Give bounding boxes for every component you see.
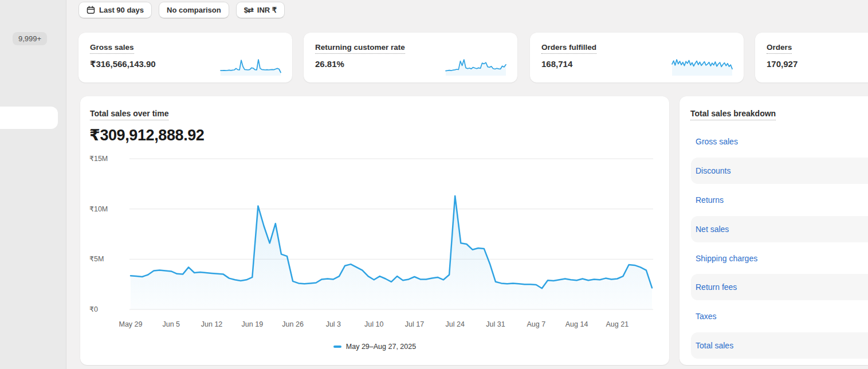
chart-total-value: ₹309,912,888.92 (89, 126, 669, 144)
x-axis-label: Jul 17 (405, 320, 424, 328)
x-axis-label: Jun 19 (242, 320, 264, 328)
sidebar-item-active[interactable] (0, 107, 58, 129)
legend-dash-icon (333, 346, 341, 348)
breakdown-link[interactable]: Taxes (691, 312, 717, 321)
breakdown-row-returns[interactable]: Returns (691, 186, 868, 215)
comparison-label: No comparison (167, 6, 221, 14)
chart-legend: May 29–Aug 27, 2025 (80, 343, 669, 351)
breakdown-row-discounts[interactable]: Discounts (691, 158, 868, 184)
x-axis-label: Aug 7 (527, 320, 545, 328)
breakdown-row-gross-sales[interactable]: Gross sales (691, 127, 868, 156)
x-axis-label: Jul 10 (364, 320, 383, 328)
metric-title[interactable]: Gross sales (90, 43, 134, 54)
date-range-button[interactable]: Last 90 days (78, 2, 152, 18)
metric-title[interactable]: Orders fulfilled (541, 43, 596, 54)
x-axis-label: Jul 31 (486, 320, 505, 328)
currency-button[interactable]: $⇄ INR ₹ (236, 2, 285, 18)
metric-card-returning-customer-rate[interactable]: Returning customer rate 26.81% (304, 33, 517, 83)
total-sales-line-chart[interactable] (129, 149, 653, 321)
metric-card-orders-fulfilled[interactable]: Orders fulfilled 168,714 (530, 33, 744, 83)
total-sales-breakdown-panel: Total sales breakdown Gross salesDiscoun… (680, 96, 868, 365)
breakdown-title[interactable]: Total sales breakdown (690, 109, 776, 120)
filter-bar: Last 90 days No comparison $⇄ INR ₹ (78, 2, 285, 18)
notification-count-badge: 9,999+ (13, 32, 47, 45)
metric-title[interactable]: Orders (767, 43, 792, 54)
x-axis-label: Jun 12 (201, 320, 223, 328)
breakdown-row-shipping-charges[interactable]: Shipping charges (691, 244, 868, 273)
x-axis: May 29Jun 5Jun 12Jun 19Jun 26Jul 3Jul 10… (129, 320, 653, 331)
legend-label: May 29–Aug 27, 2025 (346, 343, 416, 351)
metric-card-gross-sales[interactable]: Gross sales ₹316,566,143.90 (78, 33, 292, 83)
chart-title[interactable]: Total sales over time (90, 109, 168, 120)
sparkline-chart (220, 58, 282, 76)
sparkline-chart (445, 58, 507, 76)
metric-value: 170,927 (767, 59, 868, 69)
x-axis-label: Jul 24 (446, 320, 465, 328)
calendar-icon (87, 6, 95, 14)
y-axis-label: ₹10M (89, 205, 126, 214)
breakdown-row-net-sales[interactable]: Net sales (691, 216, 868, 242)
breakdown-link[interactable]: Discounts (691, 166, 730, 175)
breakdown-row-return-fees[interactable]: Return fees (691, 274, 868, 300)
x-axis-label: Jul 3 (326, 320, 341, 328)
analytics-dashboard: 9,999+ Last 90 days No comparison $⇄ INR… (0, 0, 868, 369)
comparison-button[interactable]: No comparison (159, 2, 229, 18)
total-sales-chart-card: Total sales over time ₹309,912,888.92 ₹0… (80, 96, 669, 365)
series-area (131, 196, 652, 309)
metric-title[interactable]: Returning customer rate (315, 43, 405, 54)
breakdown-row-list: Gross salesDiscountsReturnsNet salesShip… (680, 127, 868, 360)
breakdown-link[interactable]: Net sales (691, 225, 729, 234)
x-axis-label: May 29 (119, 320, 143, 328)
sidebar: 9,999+ (0, 0, 66, 369)
sparkline-chart (671, 58, 733, 76)
x-axis-label: Aug 14 (565, 320, 588, 328)
breakdown-link[interactable]: Total sales (691, 341, 733, 350)
date-range-label: Last 90 days (99, 6, 144, 14)
x-axis-label: Jun 26 (282, 320, 304, 328)
y-axis-label: ₹0 (89, 305, 126, 314)
breakdown-row-taxes[interactable]: Taxes (691, 302, 868, 331)
breakdown-link[interactable]: Shipping charges (691, 254, 757, 263)
breakdown-link[interactable]: Return fees (691, 282, 737, 292)
metric-card-orders[interactable]: Orders 170,927 (755, 33, 868, 83)
breakdown-link[interactable]: Gross sales (691, 137, 738, 146)
y-axis-label: ₹15M (89, 154, 126, 163)
breakdown-link[interactable]: Returns (691, 195, 724, 205)
breakdown-row-total-sales[interactable]: Total sales (691, 332, 868, 359)
x-axis-label: Jun 5 (162, 320, 180, 328)
currency-label: INR ₹ (257, 6, 277, 14)
currency-exchange-icon: $⇄ (244, 6, 253, 14)
y-axis-label: ₹5M (89, 254, 126, 264)
x-axis-label: Aug 21 (606, 320, 629, 328)
